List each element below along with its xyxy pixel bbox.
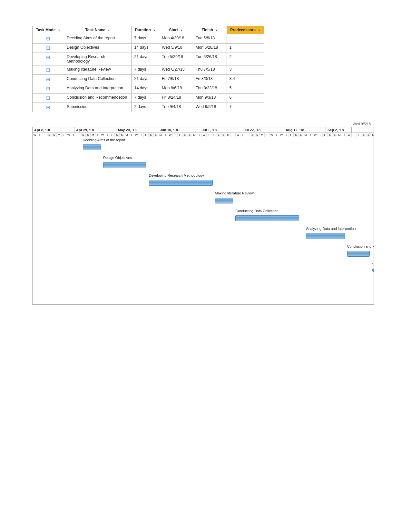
table-row: ⊟Deciding Aims of the report7 daysMon 4/…: [33, 34, 264, 44]
start-cell: Mon 8/6/18: [159, 84, 193, 94]
col-header-finish[interactable]: Finish ▼: [193, 26, 227, 34]
timeline-day: S: [52, 133, 57, 137]
timeline-day: T: [231, 133, 236, 137]
start-cell: Mon 4/30/18: [159, 34, 193, 44]
timeline-month: Aug 12, '18: [284, 127, 326, 133]
timeline-day: S: [361, 133, 366, 137]
timeline-day: T: [207, 133, 211, 137]
timeline-day: F: [178, 133, 182, 137]
timeline-day: M: [337, 133, 342, 137]
timeline-day: T: [197, 133, 202, 137]
task-mode-icon: ⊟: [46, 104, 50, 110]
task-bar-label: Submission: [372, 262, 374, 266]
timeline-day: W: [279, 133, 284, 137]
col-header-duration[interactable]: Duration ▼: [132, 26, 159, 34]
col-header-start[interactable]: Start ▼: [159, 26, 193, 34]
task-mode-cell: ⊟: [33, 65, 64, 75]
task-bar-label: Making literature Review: [215, 191, 254, 195]
duration-cell: 21 days: [132, 53, 159, 65]
timeline-day: S: [81, 133, 86, 137]
timeline-day: T: [265, 133, 269, 137]
task-mode-icon: ⊟: [46, 36, 50, 41]
timeline-day: F: [211, 133, 216, 137]
task-bar-label: Developing Research Methodology: [149, 173, 204, 177]
task-bar-milestone: [372, 269, 374, 272]
timeline-day: S: [153, 133, 158, 137]
predecessors-cell: 7: [227, 103, 264, 112]
predecessors-cell: 5: [227, 84, 264, 94]
task-bar-label: Conducting Data Collection: [235, 209, 278, 213]
timeline-day: M: [158, 133, 163, 137]
timeline-day: S: [182, 133, 187, 137]
task-bar: [103, 162, 146, 168]
task-bar: [215, 198, 233, 203]
task-mode-cell: ⊟: [33, 75, 64, 84]
duration-cell: 7 days: [132, 34, 159, 44]
timeline-day: T: [284, 133, 289, 137]
timeline-day: S: [120, 133, 124, 137]
timeline-months: Apr 8, '18Apr 29, '18May 20, '18Jun 10, …: [33, 127, 374, 133]
task-bar-label: Deciding Aims of the report: [83, 138, 125, 142]
task-mode-cell: ⊟: [33, 53, 64, 65]
task-mode-cell: ⊟: [33, 94, 64, 103]
timeline-day: S: [366, 133, 371, 137]
col-header-predecessors[interactable]: Predecessors ▼: [227, 26, 264, 34]
col-header-task-mode[interactable]: Task Mode ▼: [33, 26, 64, 34]
timeline-day: M: [57, 133, 62, 137]
timeline-day: S: [216, 133, 221, 137]
task-bar-label: Design Objectives: [103, 156, 132, 160]
gantt-section: Wed 9/5/18 Apr 8, '18Apr 29, '18May 20, …: [32, 122, 379, 305]
table-header-row: Task Mode ▼ Task Name ▼ Duration ▼ Start…: [33, 26, 264, 34]
duration-cell: 14 days: [132, 84, 159, 94]
timeline-day: W: [168, 133, 173, 137]
finish-cell: Wed 9/5/18: [193, 103, 227, 112]
timeline-day: W: [269, 133, 274, 137]
task-mode-icon: ⊟: [46, 86, 50, 91]
timeline-day: S: [86, 133, 91, 137]
timeline-day: S: [250, 133, 255, 137]
task-mode-icon: ⊟: [46, 95, 50, 101]
table-row: ⊟Developing Research Methodology21 daysT…: [33, 53, 264, 65]
timeline-day: W: [33, 133, 37, 137]
timeline-day: M: [124, 133, 129, 137]
timeline-day: S: [221, 133, 226, 137]
table-section: Task Mode ▼ Task Name ▼ Duration ▼ Start…: [32, 26, 379, 112]
timeline-day: T: [37, 133, 42, 137]
finish-cell: Mon 5/28/18: [193, 44, 227, 53]
table-row: ⊟Conclusion and Recommendetion7 daysFri …: [33, 94, 264, 103]
timeline-month: Jul 1, '18: [200, 127, 242, 133]
duration-cell: 2 days: [132, 103, 159, 112]
timeline-day: S: [187, 133, 192, 137]
task-mode-icon: ⊟: [46, 45, 50, 51]
finish-cell: Tue 6/26/18: [193, 53, 227, 65]
sort-arrow-start: ▼: [180, 29, 183, 32]
timeline-day: S: [149, 133, 153, 137]
timeline-month: Jun 10, '18: [158, 127, 200, 133]
timeline-day: T: [71, 133, 76, 137]
today-label: Wed 9/5/18: [32, 122, 371, 126]
start-cell: Wed 6/27/18: [159, 65, 193, 75]
timeline-day: W: [347, 133, 352, 137]
predecessors-cell: [227, 34, 264, 44]
col-header-task-name[interactable]: Task Name ▼: [64, 26, 132, 34]
task-mode-cell: ⊟: [33, 103, 64, 112]
timeline-day: T: [318, 133, 323, 137]
task-mode-icon: ⊟: [46, 54, 50, 60]
task-bar: [235, 215, 299, 221]
start-cell: Tue 9/4/18: [159, 103, 193, 112]
timeline-day: F: [357, 133, 361, 137]
timeline-month: May 20, '18: [116, 127, 158, 133]
task-bar-label: Conclusion and Recommendetion: [347, 244, 374, 248]
timeline-day: M: [371, 133, 374, 137]
timeline-day: T: [95, 133, 100, 137]
timeline-day: F: [245, 133, 250, 137]
task-name-cell: Developing Research Methodology: [64, 53, 132, 65]
task-name-cell: Analyzing Data and Interpretion: [64, 84, 132, 94]
timeline-day: F: [289, 133, 294, 137]
timeline-day: T: [173, 133, 178, 137]
timeline-day: T: [274, 133, 279, 137]
task-bar: [306, 233, 345, 239]
timeline-day: M: [303, 133, 308, 137]
sort-arrow-duration: ▼: [153, 29, 156, 32]
sort-arrow-finish: ▼: [215, 29, 218, 32]
